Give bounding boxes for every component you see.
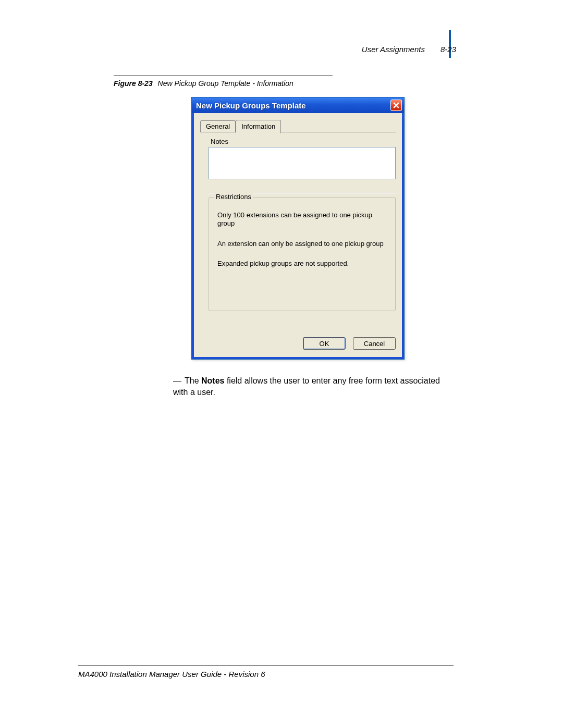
- restriction-3: Expanded pickup groups are not supported…: [209, 260, 395, 268]
- page-number: 8-23: [440, 45, 456, 54]
- body-paragraph: —The Notes field allows the user to ente…: [173, 375, 449, 398]
- tab-general[interactable]: General: [200, 120, 236, 132]
- page-footer: MA4000 Installation Manager User Guide -…: [78, 665, 454, 678]
- button-row: OK Cancel: [303, 337, 396, 350]
- body-pre: The: [185, 376, 201, 385]
- figure-number: Figure 8-23: [114, 79, 153, 88]
- page-header: User Assignments 8-23: [362, 45, 456, 54]
- notes-label: Notes: [211, 138, 228, 145]
- restrictions-legend: Restrictions: [214, 193, 253, 201]
- tab-panel-information: Notes Restrictions Only 100 extensions c…: [200, 132, 396, 330]
- ok-button-label: OK: [320, 340, 329, 348]
- ok-button[interactable]: OK: [303, 337, 346, 350]
- cancel-button[interactable]: Cancel: [353, 337, 396, 350]
- dialog-body: General Information Notes Restrictions O…: [194, 113, 402, 357]
- tab-information[interactable]: Information: [236, 120, 281, 133]
- tab-information-label: Information: [241, 122, 275, 130]
- crop-mark: [449, 30, 451, 58]
- tab-strip: General Information: [200, 119, 281, 132]
- notes-input[interactable]: [209, 147, 396, 179]
- close-button[interactable]: [390, 100, 402, 111]
- cancel-button-label: Cancel: [364, 340, 385, 348]
- caption-rule: [114, 76, 333, 76]
- restriction-2: An extension can only be assigned to one…: [209, 240, 395, 248]
- footer-text: MA4000 Installation Manager User Guide -…: [78, 670, 265, 678]
- section-name: User Assignments: [362, 45, 425, 54]
- restrictions-groupbox: Restrictions Only 100 extensions can be …: [209, 197, 396, 311]
- figure-title: New Pickup Group Template - Information: [158, 79, 293, 88]
- dash: —: [173, 376, 181, 385]
- titlebar[interactable]: New Pickup Groups Template: [192, 97, 404, 113]
- tab-general-label: General: [206, 122, 230, 130]
- figure-caption: Figure 8-23 New Pickup Group Template - …: [114, 76, 333, 88]
- dialog-title: New Pickup Groups Template: [196, 101, 306, 110]
- close-icon: [393, 102, 399, 108]
- restriction-1: Only 100 extensions can be assigned to o…: [209, 211, 395, 228]
- body-bold: Notes: [201, 376, 224, 385]
- dialog-window: New Pickup Groups Template General Infor…: [191, 97, 405, 360]
